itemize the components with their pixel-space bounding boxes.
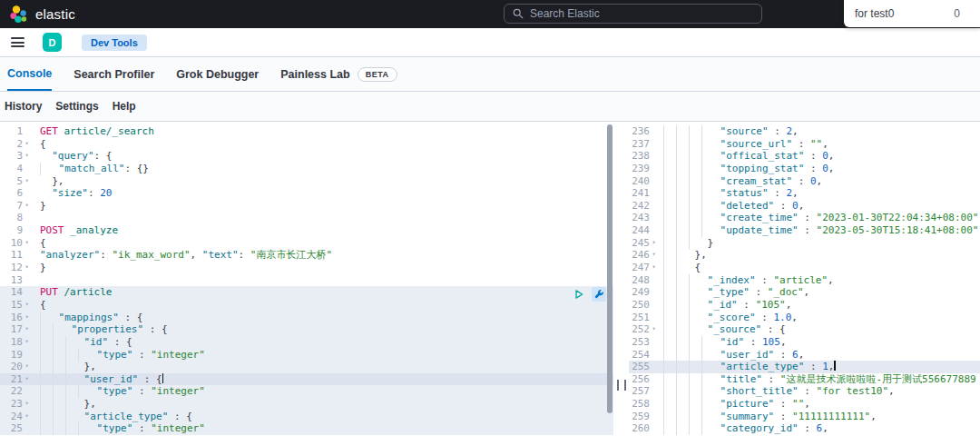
code-line[interactable]: 19 "type" : "integer" xyxy=(0,349,613,362)
code-line[interactable]: 9POST _analyze xyxy=(0,224,613,237)
fold-toggle-icon[interactable]: ▾ xyxy=(23,138,31,151)
code-line[interactable]: 25 "type" : "integer" xyxy=(0,422,613,435)
global-search-input[interactable]: Search Elastic xyxy=(504,4,762,24)
code-line[interactable]: 260 "category_id" : 6, xyxy=(629,422,980,435)
code-line[interactable]: 10▾{ xyxy=(0,237,613,250)
search-icon xyxy=(513,8,524,19)
code-line[interactable]: 247▾ { xyxy=(629,262,980,274)
code-line[interactable]: 23▾ }, xyxy=(0,398,613,411)
code-line[interactable]: 16▾ "mappings" : { xyxy=(0,312,613,324)
fold-toggle-icon[interactable]: ▾ xyxy=(650,262,658,274)
code-line[interactable]: 255 "article_type" : 1, xyxy=(629,361,980,373)
indent-guide xyxy=(663,224,676,237)
fold-toggle-icon[interactable]: ▾ xyxy=(650,323,658,336)
code-line[interactable]: 7▾} xyxy=(0,200,613,213)
line-number-gutter: 257 xyxy=(629,385,658,398)
fold-toggle-icon[interactable]: ▾ xyxy=(23,299,31,312)
fold-toggle-icon[interactable]: ▾ xyxy=(650,237,658,250)
menu-settings[interactable]: Settings xyxy=(55,100,98,113)
code-line[interactable]: 241 "status" : 2, xyxy=(629,187,980,200)
code-line[interactable]: 237 "source_url" : "", xyxy=(629,138,980,151)
code-line[interactable]: 248 "_index" : "article", xyxy=(629,274,980,287)
code-line[interactable]: 238 "offical_stat" : 0, xyxy=(629,150,980,163)
code-line[interactable]: 249 "_type" : "_doc", xyxy=(629,286,980,299)
code-line[interactable]: 253 "id" : 105, xyxy=(629,336,980,349)
code-line[interactable]: 246▾ }, xyxy=(629,249,980,262)
code-line[interactable]: 6 "size": 20 xyxy=(0,187,613,200)
request-editor-lines[interactable]: 1GET article/_search2▾{3▾ "query": {4 "m… xyxy=(0,122,613,435)
fold-toggle-icon[interactable]: ▾ xyxy=(23,150,31,163)
console-menu: History Settings Help xyxy=(0,92,980,121)
code-line[interactable]: 236 "source" : 2, xyxy=(629,125,980,138)
tab-painless-lab[interactable]: Painless Lab BETA xyxy=(280,57,397,91)
code-line[interactable]: 243 "create_time" : "2023-01-30T22:04:34… xyxy=(629,212,980,224)
editor-panel-left[interactable]: 1GET article/_search2▾{3▾ "query": {4 "m… xyxy=(0,122,613,436)
code-line[interactable]: 11"analyzer": "ik_max_word", "text": "南京… xyxy=(0,249,613,262)
code-line[interactable]: 258 "picture" : "", xyxy=(629,398,980,411)
send-request-button[interactable] xyxy=(572,287,586,302)
fold-toggle-icon[interactable]: ▾ xyxy=(23,312,31,324)
fold-toggle-icon[interactable]: ▾ xyxy=(650,249,658,262)
fold-toggle-icon[interactable]: ▾ xyxy=(23,323,31,336)
fold-toggle-icon[interactable]: ▾ xyxy=(23,336,31,349)
fold-toggle-icon[interactable]: ▾ xyxy=(23,361,31,373)
code-line[interactable]: 242 "deleted" : 0, xyxy=(629,200,980,213)
indent-guide xyxy=(65,385,78,398)
fold-toggle-icon[interactable]: ▾ xyxy=(23,373,31,386)
code-line[interactable]: 18▾ "id" : { xyxy=(0,336,613,349)
code-line[interactable]: 24▾ "article_type" : { xyxy=(0,411,613,423)
code-line[interactable]: 239 "topping_stat" : 0, xyxy=(629,163,980,175)
indent-guide xyxy=(663,125,676,138)
tab-console[interactable]: Console xyxy=(7,57,52,91)
line-number-gutter: 255 xyxy=(629,361,658,373)
code-line[interactable]: 17▾ "properties" : { xyxy=(0,323,613,336)
code-line[interactable]: 254 "user_id" : 6, xyxy=(629,349,980,362)
response-viewer-lines[interactable]: 236 "source" : 2,237 "source_url" : "",2… xyxy=(629,122,980,435)
code-line[interactable]: 20▾ }, xyxy=(0,361,613,373)
panel-resizer-handle[interactable] xyxy=(617,380,626,391)
space-avatar[interactable]: D xyxy=(43,33,62,52)
code-line[interactable]: 14PUT /article xyxy=(0,286,613,299)
tab-grok-debugger[interactable]: Grok Debugger xyxy=(176,57,259,91)
fold-toggle-icon[interactable]: ▾ xyxy=(23,262,31,274)
code-line[interactable]: 8 xyxy=(0,212,613,224)
fold-toggle-icon[interactable]: ▾ xyxy=(23,237,31,250)
fold-toggle-icon[interactable]: ▾ xyxy=(23,200,31,213)
code-line[interactable]: 3▾ "query": { xyxy=(0,150,613,163)
menu-hamburger-icon[interactable] xyxy=(11,37,24,47)
code-line[interactable]: 1GET article/_search xyxy=(0,125,613,138)
code-line[interactable]: 252▾ "_source" : { xyxy=(629,323,980,336)
line-number-gutter: 248 xyxy=(629,274,658,287)
code-line[interactable]: 5▾ }, xyxy=(0,175,613,188)
menu-history[interactable]: History xyxy=(5,100,42,113)
code-line[interactable]: 22 "type" : "integer" xyxy=(0,385,613,398)
code-line[interactable]: 13 xyxy=(0,274,613,287)
code-line[interactable]: 12▾} xyxy=(0,262,613,274)
code-line[interactable]: 15▾{ xyxy=(0,299,613,312)
indent-guide xyxy=(40,361,53,373)
find-popup[interactable]: for test0 0 xyxy=(844,0,980,27)
code-line[interactable]: 251 "_score" : 1.0, xyxy=(629,312,980,324)
fold-toggle-icon[interactable]: ▾ xyxy=(23,398,31,411)
code-line[interactable]: 4 "match_all": {} xyxy=(0,163,613,175)
indent-guide xyxy=(40,163,53,175)
fold-toggle-icon[interactable]: ▾ xyxy=(23,175,31,188)
code-line[interactable]: 21▾ "user_id" : { xyxy=(0,373,613,386)
line-number-gutter: 245▾ xyxy=(629,237,658,250)
editor-panel-right[interactable]: 236 "source" : 2,237 "source_url" : "",2… xyxy=(629,122,980,436)
code-line[interactable]: 244 "update_time" : "2023-05-30T15:18:41… xyxy=(629,224,980,237)
code-line[interactable]: 2▾{ xyxy=(0,138,613,151)
code-line[interactable]: 259 "summary" : "11111111111", xyxy=(629,411,980,423)
code-line[interactable]: 256 "title" : "这就是技术派啦啦啦-用于测试556677889 xyxy=(629,373,980,386)
code-line[interactable]: 257 "short_title" : "for test10", xyxy=(629,385,980,398)
code-line[interactable]: 250 "_id" : "105", xyxy=(629,299,980,312)
code-line[interactable]: 240 "cream_stat" : 0, xyxy=(629,175,980,188)
request-options-button[interactable] xyxy=(592,287,606,302)
code-line[interactable]: 245▾ } xyxy=(629,237,980,250)
left-panel-scrollbar[interactable] xyxy=(607,124,612,413)
tab-search-profiler[interactable]: Search Profiler xyxy=(74,57,154,91)
menu-help[interactable]: Help xyxy=(113,100,136,113)
breadcrumb-dev-tools[interactable]: Dev Tools xyxy=(82,35,147,51)
elastic-brand[interactable]: elastic xyxy=(0,5,75,25)
fold-toggle-icon[interactable]: ▾ xyxy=(23,411,31,423)
